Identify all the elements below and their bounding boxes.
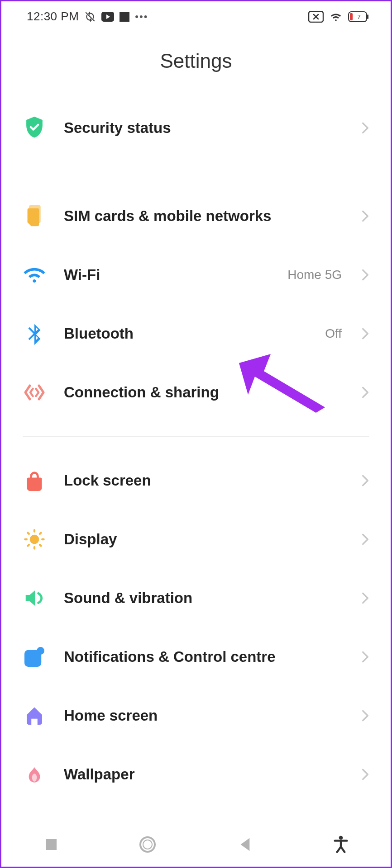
chevron-right-icon [362,592,369,604]
speaker-icon [23,587,46,609]
svg-point-8 [30,535,39,544]
row-lock-screen[interactable]: Lock screen [23,451,369,510]
sun-icon [23,528,46,551]
svg-point-21 [140,837,155,852]
row-wallpaper[interactable]: Wallpaper [23,745,369,804]
row-label: Notifications & Control centre [64,648,344,665]
section-divider [23,172,369,172]
row-label: Security status [64,119,344,137]
sync-off-icon [84,11,96,23]
row-security-status[interactable]: Security status [23,99,369,157]
svg-point-18 [37,647,44,655]
svg-line-14 [40,545,41,546]
chevron-right-icon [362,386,369,399]
row-label: Sound & vibration [64,590,344,607]
nav-recents-button[interactable] [38,838,65,851]
bluetooth-icon [23,322,46,345]
row-label: Wallpaper [64,766,344,783]
nav-back-button[interactable] [231,837,258,852]
notifications-icon [23,646,46,668]
row-connection-sharing[interactable]: Connection & sharing [23,363,369,422]
nav-accessibility-button[interactable] [327,835,354,854]
no-sim-icon [308,11,324,23]
wifi-settings-icon [23,264,46,286]
status-bar: 12:30 PM ••• 7 [1,1,391,28]
row-home-screen[interactable]: Home screen [23,686,369,745]
wallpaper-icon [23,763,46,786]
page-title: Settings [1,28,391,99]
home-icon [23,704,46,727]
wifi-icon [329,11,343,22]
svg-point-22 [143,840,152,849]
row-value: Off [325,326,342,341]
status-time: 12:30 PM [27,9,79,24]
chevron-right-icon [362,327,369,340]
row-label: Lock screen [64,472,344,489]
shield-check-icon [23,117,46,139]
lock-icon [23,469,46,492]
square-icon [120,12,129,22]
row-sim[interactable]: SIM cards & mobile networks [23,187,369,245]
chevron-right-icon [362,210,369,222]
svg-line-16 [40,533,41,534]
row-label: Display [64,531,344,548]
svg-rect-2 [120,12,129,22]
svg-rect-6 [350,13,353,20]
row-sound[interactable]: Sound & vibration [23,569,369,627]
battery-icon: 7 [348,11,369,22]
svg-rect-5 [367,14,368,19]
chevron-right-icon [362,768,369,781]
row-label: Home screen [64,707,344,724]
chevron-right-icon [362,709,369,722]
svg-point-19 [32,774,37,782]
row-label: Connection & sharing [64,384,344,401]
connection-icon [23,381,46,404]
svg-line-13 [28,533,29,534]
youtube-icon [101,12,114,22]
nav-home-button[interactable] [134,835,161,854]
row-value: Home 5G [287,268,342,282]
row-label: Bluetooth [64,325,307,342]
svg-rect-20 [46,839,57,850]
more-dots-icon: ••• [135,11,148,23]
svg-text:7: 7 [357,14,360,20]
chevron-right-icon [362,474,369,487]
row-wifi[interactable]: Wi-Fi Home 5G [23,245,369,304]
row-notifications[interactable]: Notifications & Control centre [23,627,369,686]
chevron-right-icon [362,651,369,663]
svg-point-23 [339,836,343,840]
sim-icon [23,205,46,227]
row-bluetooth[interactable]: Bluetooth Off [23,304,369,363]
chevron-right-icon [362,533,369,546]
chevron-right-icon [362,269,369,281]
svg-line-15 [28,545,29,546]
android-nav-bar [3,822,389,867]
section-divider [23,436,369,437]
row-display[interactable]: Display [23,510,369,569]
row-label: Wi-Fi [64,266,269,283]
row-label: SIM cards & mobile networks [64,208,344,225]
chevron-right-icon [362,122,369,134]
settings-list: Security status SIM cards & mobile netwo… [1,99,391,804]
